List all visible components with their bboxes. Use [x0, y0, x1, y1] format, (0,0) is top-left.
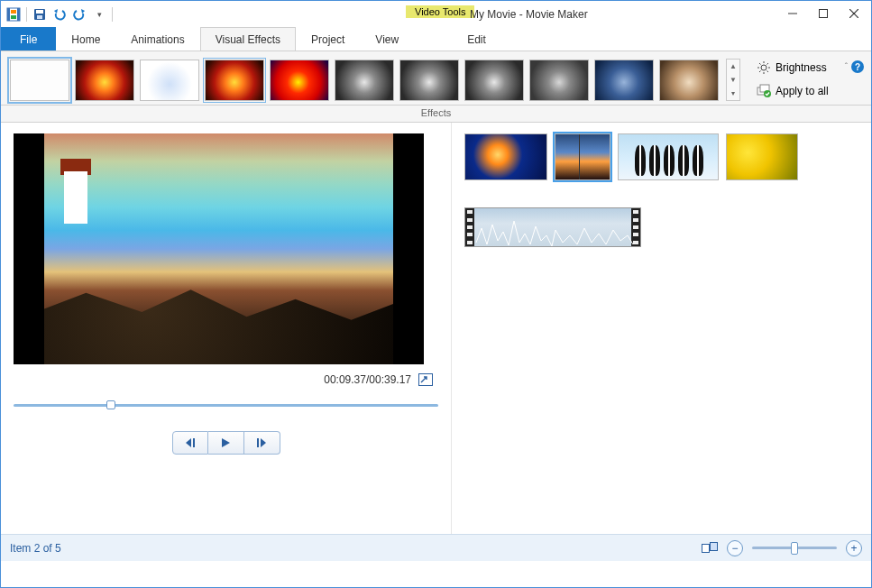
preview-monitor [14, 133, 424, 364]
maximize-button[interactable] [808, 3, 839, 24]
contextual-tab-label: Video Tools [406, 5, 474, 18]
apply-all-icon [757, 84, 771, 98]
svg-rect-24 [419, 374, 433, 386]
effect-bw-negative[interactable] [529, 60, 589, 101]
tab-label: Edit [467, 33, 486, 46]
window-controls [777, 3, 869, 24]
tab-label: Home [71, 33, 100, 46]
svg-line-19 [759, 71, 761, 73]
apply-to-all-button[interactable]: Apply to all [753, 82, 832, 100]
tab-view[interactable]: View [360, 27, 414, 51]
ribbon-actions: Brightness Apply to all [753, 59, 832, 100]
tab-project[interactable]: Project [296, 27, 360, 51]
timeline-pane[interactable] [452, 123, 871, 534]
seek-thumb[interactable] [106, 400, 115, 409]
svg-rect-2 [17, 8, 20, 21]
window-title: My Movie - Movie Maker [470, 8, 588, 21]
tab-home[interactable]: Home [56, 27, 115, 51]
content-area: 00:09.37/00:39.17 [1, 123, 871, 534]
zoom-thumb[interactable] [791, 542, 798, 555]
effect-posterize[interactable] [205, 60, 264, 101]
effect-cool-tone[interactable] [594, 60, 654, 101]
tab-label: Visual Effects [216, 33, 280, 46]
status-bar: Item 2 of 5 − + [1, 534, 871, 561]
collapse-ribbon-icon[interactable]: ˆ [845, 62, 848, 72]
effect-warm-glow[interactable] [75, 60, 134, 101]
effect-bw-3[interactable] [464, 60, 524, 101]
effect-threshold-red[interactable] [270, 60, 329, 101]
minimize-button[interactable] [777, 3, 808, 24]
tab-label: File [20, 33, 37, 46]
preview-pane: 00:09.37/00:39.17 [1, 123, 452, 534]
timeline-clip[interactable] [555, 133, 610, 180]
view-thumbnails-icon[interactable] [702, 542, 718, 555]
video-track [464, 133, 858, 180]
status-right: − + [702, 540, 862, 556]
waveform-icon [465, 208, 641, 247]
effect-sepia[interactable] [659, 60, 719, 101]
effect-none[interactable] [10, 60, 69, 101]
tab-label: View [375, 33, 399, 46]
effects-gallery: ▲ ▼ ▾ [10, 59, 740, 101]
title-bar: ▾ Video Tools My Movie - Movie Maker [1, 1, 871, 27]
save-icon[interactable] [31, 5, 49, 23]
timeline-clip[interactable] [726, 133, 798, 180]
zoom-slider[interactable] [752, 547, 837, 549]
play-button[interactable] [208, 431, 244, 455]
quick-access-toolbar: ▾ [1, 5, 115, 23]
time-display: 00:09.37/00:39.17 [324, 373, 411, 386]
tab-animations[interactable]: Animations [115, 27, 199, 51]
ribbon-group-label: Effects [1, 106, 871, 123]
time-total: 00:39.17 [369, 373, 411, 386]
svg-rect-28 [711, 542, 718, 550]
app-icon[interactable] [5, 5, 23, 23]
tab-visual-effects[interactable]: Visual Effects [200, 27, 296, 51]
effect-bw-1[interactable] [335, 60, 394, 101]
previous-frame-button[interactable] [172, 431, 208, 455]
gallery-scroll-down-icon[interactable]: ▼ [727, 73, 739, 87]
svg-rect-7 [37, 15, 42, 19]
timeline-clip[interactable] [618, 133, 719, 180]
next-frame-button[interactable] [244, 431, 280, 455]
zoom-out-button[interactable]: − [727, 540, 743, 556]
effect-bw-2[interactable] [399, 60, 459, 101]
timeline-clip[interactable] [464, 133, 547, 180]
gallery-expand-icon[interactable]: ▾ [727, 87, 739, 100]
svg-line-20 [767, 63, 769, 65]
help-icon[interactable]: ? [851, 60, 864, 73]
tab-edit[interactable]: Edit [452, 27, 501, 51]
undo-icon[interactable] [50, 5, 69, 23]
svg-line-17 [759, 63, 761, 65]
close-button[interactable] [839, 3, 869, 24]
tab-label: Project [311, 33, 344, 46]
qat-customize-icon[interactable]: ▾ [90, 5, 108, 23]
svg-rect-4 [11, 15, 16, 19]
effect-diamond[interactable] [140, 60, 199, 101]
seek-bar[interactable] [14, 399, 438, 411]
status-item-text: Item 2 of 5 [10, 542, 61, 555]
tab-file[interactable]: File [1, 27, 56, 51]
gallery-scroll-up-icon[interactable]: ▲ [727, 60, 739, 73]
svg-rect-9 [820, 10, 828, 18]
ribbon-tabs: File Home Animations Visual Effects Proj… [1, 27, 871, 51]
svg-rect-6 [36, 10, 43, 14]
time-display-row: 00:09.37/00:39.17 [14, 373, 438, 386]
separator [112, 7, 113, 22]
redo-icon[interactable] [70, 5, 88, 23]
preview-frame-detail [64, 171, 87, 224]
ribbon-panel: ▲ ▼ ▾ Brightness Apply to all [1, 51, 871, 106]
gallery-scroll: ▲ ▼ ▾ [726, 59, 740, 101]
brightness-icon [757, 60, 771, 75]
playback-controls [14, 431, 438, 455]
svg-rect-27 [702, 544, 710, 552]
brightness-button[interactable]: Brightness [753, 59, 832, 77]
separator [26, 7, 27, 22]
playhead[interactable] [579, 133, 580, 180]
tab-label: Animations [131, 33, 184, 46]
audio-clip[interactable] [464, 207, 641, 247]
svg-rect-1 [7, 8, 10, 21]
fullscreen-icon[interactable] [418, 373, 433, 386]
svg-rect-26 [257, 438, 259, 447]
time-current: 00:09.37 [324, 373, 366, 386]
zoom-in-button[interactable]: + [846, 540, 862, 556]
